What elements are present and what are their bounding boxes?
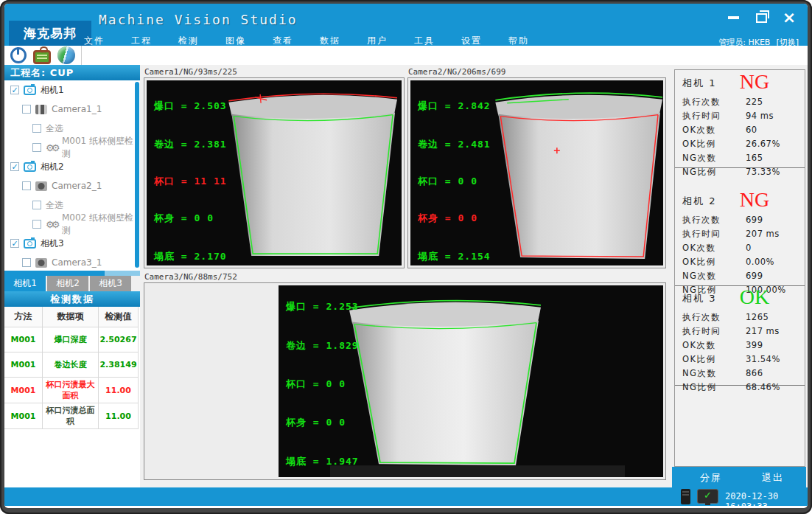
tab-label: 相机1 [13,278,37,288]
tree-label: 相机3 [41,237,64,250]
detection-table: 方法 数据项 检测值 M001 爆口深度 2.50267 M001 卷边长度 2… [4,307,140,487]
camera3-image[interactable]: 爆口 = 2.253 卷边 = 1.829 杯口 = 0 0 杯身 = 0 0 … [279,285,663,477]
close-icon: × [783,10,796,25]
camera1-image[interactable]: 爆口 = 2.503 卷边 = 2.381 杯口 = 11 11 杯身 = 0 … [147,80,402,265]
computer-tower-icon [681,489,690,504]
cell-item: 杯口污渍总面积 [43,403,99,429]
cell-item: 卷边长度 [43,352,99,378]
gear-icon: ⚙⚙ [46,143,57,153]
stat-value: 217 ms [746,326,780,336]
image-thumbnail-icon [35,181,47,191]
tree-horizontal-scrollbar[interactable] [4,271,140,276]
tree-label: Camera2_1 [52,181,102,191]
camera3-stats: 相机 3 OK 执行次数1265 执行时间217 ms OK次数399 OK比例… [675,285,805,386]
checkbox-m002[interactable] [32,220,41,229]
checkbox-camera3[interactable] [10,239,19,248]
stats-camera-label: 相机 1 [682,77,716,90]
stat-label: 执行次数 [682,215,721,226]
title-bar: 海克易邦 Machine Vision Studio × 文件 工程 检测 图像… [4,4,808,46]
stat-label: 执行时间 [682,326,721,337]
globe-icon[interactable] [57,46,75,64]
tree-label: Camera1_1 [52,104,102,114]
tree-item-camera3-1[interactable]: Camera3_1 [4,253,140,271]
tab-label: 相机2 [56,278,80,288]
power-icon[interactable] [10,47,27,63]
footer-action-bar: 分屏 退出 [672,467,806,487]
window-frame: 海克易邦 Machine Vision Studio × 文件 工程 检测 图像… [0,0,812,514]
stat-value: 866 [746,368,763,378]
tree-item-camera1[interactable]: 相机1 [4,80,140,100]
overlay-bottom: 塌底 = 1.947 [286,455,359,468]
overlay-burst: 爆口 = 2.253 [286,300,359,313]
checkbox-camera2[interactable] [10,162,19,171]
stat-value: 31.54% [746,354,780,364]
col-header-method: 方法 [4,307,43,327]
tab-camera3[interactable]: 相机3 [90,276,131,291]
stat-label: OK次数 [682,125,716,136]
stat-label: 执行次数 [682,312,721,323]
stat-value: 699 [746,215,763,225]
stat-label: 执行时间 [682,111,721,122]
gear-icon: ⚙⚙ [46,220,57,229]
overlay-body: 杯身 = 0 0 [154,212,214,225]
overlay-curl: 卷边 = 1.829 [286,339,359,352]
cell-value: 11.00 [99,403,139,429]
checkbox-camera1[interactable] [10,86,19,94]
exit-button[interactable]: 退出 [762,471,784,485]
tab-camera2[interactable]: 相机2 [47,276,88,291]
checkbox-camera1-1[interactable] [22,105,31,114]
camera-icon [24,239,36,249]
stat-value: 1265 [746,312,769,322]
close-button[interactable]: × [781,10,797,26]
cell-value: 2.50267 [99,327,139,352]
overlay-rim: 杯口 = 0 0 [286,378,346,391]
order-board-icon[interactable] [33,50,51,64]
tree-label: 全选 [46,199,63,212]
tree-vertical-scrollbar[interactable] [135,82,139,268]
checkbox-camera3-1[interactable] [22,258,31,267]
camera2-image[interactable]: 爆口 = 2.842 卷边 = 2.481 杯口 = 0 0 杯身 = 0 0 … [410,80,663,265]
stat-value: 225 [746,97,763,107]
tab-camera1[interactable]: 相机1 [4,276,46,291]
cell-method: M001 [4,378,43,403]
stat-label: NG次数 [682,153,717,164]
camera-tree: 相机1 Camera1_1 全选 ⚙⚙ M001 纸杯侧壁检测 相机2 Came… [4,80,140,271]
checkbox-m001[interactable] [32,143,41,152]
tree-item-module-m002[interactable]: ⚙⚙ M002 纸杯侧壁检测 [4,215,140,234]
camera1-stats: 相机 1 NG 执行次数225 执行时间94 ms OK次数60 OK比例26.… [675,70,805,168]
image-thumbnail-icon [35,258,47,268]
tree-item-camera1-1[interactable]: Camera1_1 [4,100,140,119]
tree-label: M002 纸杯侧壁检测 [62,212,140,237]
toolbar-divider [81,46,82,65]
stat-label: NG次数 [682,368,717,379]
stat-value: 399 [746,340,763,350]
checkbox-select-all-2[interactable] [32,201,41,209]
stat-value: 165 [746,153,763,163]
status-bar: ✓ 2020-12-30 16:03:33 [4,487,808,506]
overlay-body: 杯身 = 0 0 [286,416,346,429]
overlay-bottom: 塌底 = 2.154 [418,250,491,263]
camera2-view: 爆口 = 2.842 卷边 = 2.481 杯口 = 0 0 杯身 = 0 0 … [407,77,666,268]
tree-label: M001 纸杯侧壁检测 [62,135,140,160]
camera2-stats: 相机 2 NG 执行次数699 执行时间207 ms OK次数0 OK比例0.0… [675,188,805,286]
overlay-bottom: 塌底 = 2.170 [154,250,227,263]
restore-button[interactable] [753,10,769,26]
stat-label: 执行次数 [682,97,721,108]
result-badge: OK [719,285,790,309]
status-datetime: 2020-12-30 16:03:33 [725,491,808,508]
checkbox-select-all-1[interactable] [32,124,41,133]
tab-label: 相机3 [99,278,122,288]
checkbox-camera2-1[interactable] [22,181,31,190]
camera3-view: 爆口 = 2.253 卷边 = 1.829 杯口 = 0 0 杯身 = 0 0 … [144,282,666,480]
minimize-button[interactable] [725,10,741,26]
stat-value: 26.67% [746,139,780,149]
camera2-header: Camera2/NG/206ms/699 [408,67,505,77]
tree-item-module-m001[interactable]: ⚙⚙ M001 纸杯侧壁检测 [4,138,140,157]
stat-value: 60 [746,125,757,135]
split-screen-button[interactable]: 分屏 [700,471,722,485]
stat-label: OK比例 [682,354,716,365]
tree-item-camera2-1[interactable]: Camera2_1 [4,176,140,195]
stat-label: OK比例 [682,139,716,150]
cell-method: M001 [4,327,43,352]
toolbar [4,46,808,65]
